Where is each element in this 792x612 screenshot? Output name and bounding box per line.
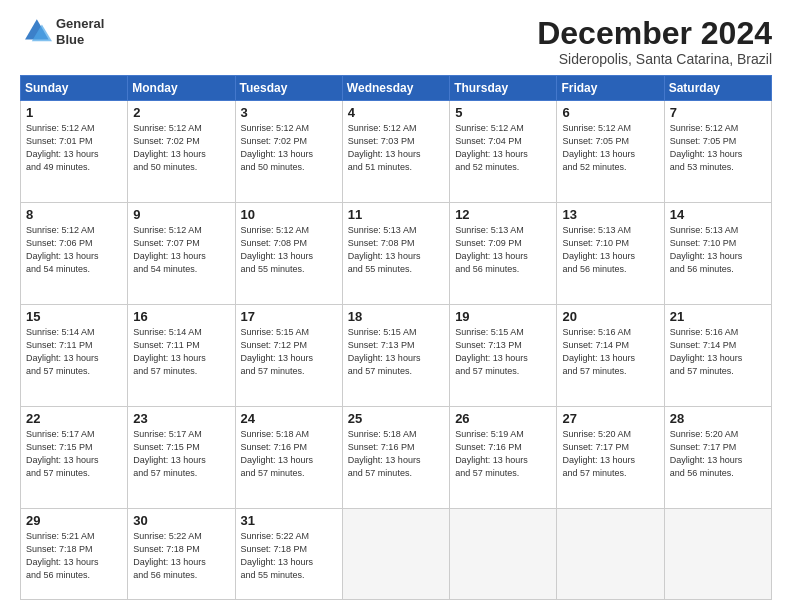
- day-number: 7: [670, 105, 766, 120]
- day-info: Sunrise: 5:12 AMSunset: 7:02 PMDaylight:…: [133, 122, 229, 174]
- calendar-cell: 29Sunrise: 5:21 AMSunset: 7:18 PMDayligh…: [21, 509, 128, 600]
- day-number: 18: [348, 309, 444, 324]
- day-number: 11: [348, 207, 444, 222]
- calendar-cell: 1Sunrise: 5:12 AMSunset: 7:01 PMDaylight…: [21, 101, 128, 203]
- calendar-cell: [557, 509, 664, 600]
- day-info: Sunrise: 5:13 AMSunset: 7:08 PMDaylight:…: [348, 224, 444, 276]
- day-number: 4: [348, 105, 444, 120]
- calendar-cell: 11Sunrise: 5:13 AMSunset: 7:08 PMDayligh…: [342, 203, 449, 305]
- calendar-cell: 26Sunrise: 5:19 AMSunset: 7:16 PMDayligh…: [450, 407, 557, 509]
- month-title: December 2024: [537, 16, 772, 51]
- day-info: Sunrise: 5:15 AMSunset: 7:13 PMDaylight:…: [455, 326, 551, 378]
- day-info: Sunrise: 5:12 AMSunset: 7:04 PMDaylight:…: [455, 122, 551, 174]
- calendar-week-3: 15Sunrise: 5:14 AMSunset: 7:11 PMDayligh…: [21, 305, 772, 407]
- day-number: 28: [670, 411, 766, 426]
- calendar-cell: 2Sunrise: 5:12 AMSunset: 7:02 PMDaylight…: [128, 101, 235, 203]
- calendar-cell: 3Sunrise: 5:12 AMSunset: 7:02 PMDaylight…: [235, 101, 342, 203]
- calendar-cell: 7Sunrise: 5:12 AMSunset: 7:05 PMDaylight…: [664, 101, 771, 203]
- day-number: 15: [26, 309, 122, 324]
- page: General Blue December 2024 Sideropolis, …: [0, 0, 792, 612]
- calendar-cell: 15Sunrise: 5:14 AMSunset: 7:11 PMDayligh…: [21, 305, 128, 407]
- calendar-table: SundayMondayTuesdayWednesdayThursdayFrid…: [20, 75, 772, 600]
- logo-icon: [20, 16, 52, 48]
- weekday-header-monday: Monday: [128, 76, 235, 101]
- weekday-header-friday: Friday: [557, 76, 664, 101]
- day-number: 2: [133, 105, 229, 120]
- calendar-cell: 21Sunrise: 5:16 AMSunset: 7:14 PMDayligh…: [664, 305, 771, 407]
- day-info: Sunrise: 5:13 AMSunset: 7:10 PMDaylight:…: [562, 224, 658, 276]
- calendar-cell: 5Sunrise: 5:12 AMSunset: 7:04 PMDaylight…: [450, 101, 557, 203]
- calendar-cell: 30Sunrise: 5:22 AMSunset: 7:18 PMDayligh…: [128, 509, 235, 600]
- day-info: Sunrise: 5:16 AMSunset: 7:14 PMDaylight:…: [562, 326, 658, 378]
- calendar-cell: 17Sunrise: 5:15 AMSunset: 7:12 PMDayligh…: [235, 305, 342, 407]
- header: General Blue December 2024 Sideropolis, …: [20, 16, 772, 67]
- calendar-week-1: 1Sunrise: 5:12 AMSunset: 7:01 PMDaylight…: [21, 101, 772, 203]
- day-number: 14: [670, 207, 766, 222]
- calendar-cell: 6Sunrise: 5:12 AMSunset: 7:05 PMDaylight…: [557, 101, 664, 203]
- calendar-cell: [342, 509, 449, 600]
- day-info: Sunrise: 5:22 AMSunset: 7:18 PMDaylight:…: [133, 530, 229, 582]
- day-number: 27: [562, 411, 658, 426]
- day-info: Sunrise: 5:13 AMSunset: 7:10 PMDaylight:…: [670, 224, 766, 276]
- day-number: 1: [26, 105, 122, 120]
- day-info: Sunrise: 5:16 AMSunset: 7:14 PMDaylight:…: [670, 326, 766, 378]
- day-info: Sunrise: 5:12 AMSunset: 7:02 PMDaylight:…: [241, 122, 337, 174]
- logo-text: General Blue: [56, 16, 104, 47]
- day-number: 12: [455, 207, 551, 222]
- day-number: 25: [348, 411, 444, 426]
- calendar-cell: 14Sunrise: 5:13 AMSunset: 7:10 PMDayligh…: [664, 203, 771, 305]
- day-number: 6: [562, 105, 658, 120]
- calendar-cell: 13Sunrise: 5:13 AMSunset: 7:10 PMDayligh…: [557, 203, 664, 305]
- day-number: 10: [241, 207, 337, 222]
- calendar-cell: 18Sunrise: 5:15 AMSunset: 7:13 PMDayligh…: [342, 305, 449, 407]
- day-info: Sunrise: 5:20 AMSunset: 7:17 PMDaylight:…: [562, 428, 658, 480]
- day-number: 22: [26, 411, 122, 426]
- weekday-header-tuesday: Tuesday: [235, 76, 342, 101]
- calendar-cell: 22Sunrise: 5:17 AMSunset: 7:15 PMDayligh…: [21, 407, 128, 509]
- day-info: Sunrise: 5:15 AMSunset: 7:12 PMDaylight:…: [241, 326, 337, 378]
- day-info: Sunrise: 5:17 AMSunset: 7:15 PMDaylight:…: [26, 428, 122, 480]
- weekday-header-sunday: Sunday: [21, 76, 128, 101]
- calendar-cell: [450, 509, 557, 600]
- day-number: 29: [26, 513, 122, 528]
- day-info: Sunrise: 5:14 AMSunset: 7:11 PMDaylight:…: [26, 326, 122, 378]
- weekday-header-row: SundayMondayTuesdayWednesdayThursdayFrid…: [21, 76, 772, 101]
- calendar-cell: 4Sunrise: 5:12 AMSunset: 7:03 PMDaylight…: [342, 101, 449, 203]
- day-info: Sunrise: 5:12 AMSunset: 7:05 PMDaylight:…: [562, 122, 658, 174]
- logo: General Blue: [20, 16, 104, 48]
- title-block: December 2024 Sideropolis, Santa Catarin…: [537, 16, 772, 67]
- subtitle: Sideropolis, Santa Catarina, Brazil: [537, 51, 772, 67]
- day-info: Sunrise: 5:12 AMSunset: 7:05 PMDaylight:…: [670, 122, 766, 174]
- day-info: Sunrise: 5:14 AMSunset: 7:11 PMDaylight:…: [133, 326, 229, 378]
- calendar-cell: [664, 509, 771, 600]
- day-info: Sunrise: 5:12 AMSunset: 7:08 PMDaylight:…: [241, 224, 337, 276]
- day-info: Sunrise: 5:15 AMSunset: 7:13 PMDaylight:…: [348, 326, 444, 378]
- calendar-cell: 9Sunrise: 5:12 AMSunset: 7:07 PMDaylight…: [128, 203, 235, 305]
- weekday-header-saturday: Saturday: [664, 76, 771, 101]
- day-number: 13: [562, 207, 658, 222]
- day-number: 9: [133, 207, 229, 222]
- day-info: Sunrise: 5:12 AMSunset: 7:03 PMDaylight:…: [348, 122, 444, 174]
- day-number: 21: [670, 309, 766, 324]
- day-number: 20: [562, 309, 658, 324]
- day-info: Sunrise: 5:12 AMSunset: 7:07 PMDaylight:…: [133, 224, 229, 276]
- day-number: 5: [455, 105, 551, 120]
- calendar-cell: 10Sunrise: 5:12 AMSunset: 7:08 PMDayligh…: [235, 203, 342, 305]
- calendar-cell: 31Sunrise: 5:22 AMSunset: 7:18 PMDayligh…: [235, 509, 342, 600]
- day-number: 19: [455, 309, 551, 324]
- calendar-cell: 23Sunrise: 5:17 AMSunset: 7:15 PMDayligh…: [128, 407, 235, 509]
- weekday-header-wednesday: Wednesday: [342, 76, 449, 101]
- calendar-cell: 27Sunrise: 5:20 AMSunset: 7:17 PMDayligh…: [557, 407, 664, 509]
- day-number: 16: [133, 309, 229, 324]
- calendar-cell: 20Sunrise: 5:16 AMSunset: 7:14 PMDayligh…: [557, 305, 664, 407]
- day-number: 31: [241, 513, 337, 528]
- day-number: 3: [241, 105, 337, 120]
- calendar-cell: 12Sunrise: 5:13 AMSunset: 7:09 PMDayligh…: [450, 203, 557, 305]
- day-info: Sunrise: 5:21 AMSunset: 7:18 PMDaylight:…: [26, 530, 122, 582]
- day-info: Sunrise: 5:22 AMSunset: 7:18 PMDaylight:…: [241, 530, 337, 582]
- day-info: Sunrise: 5:17 AMSunset: 7:15 PMDaylight:…: [133, 428, 229, 480]
- day-info: Sunrise: 5:20 AMSunset: 7:17 PMDaylight:…: [670, 428, 766, 480]
- day-info: Sunrise: 5:18 AMSunset: 7:16 PMDaylight:…: [348, 428, 444, 480]
- day-number: 24: [241, 411, 337, 426]
- day-info: Sunrise: 5:18 AMSunset: 7:16 PMDaylight:…: [241, 428, 337, 480]
